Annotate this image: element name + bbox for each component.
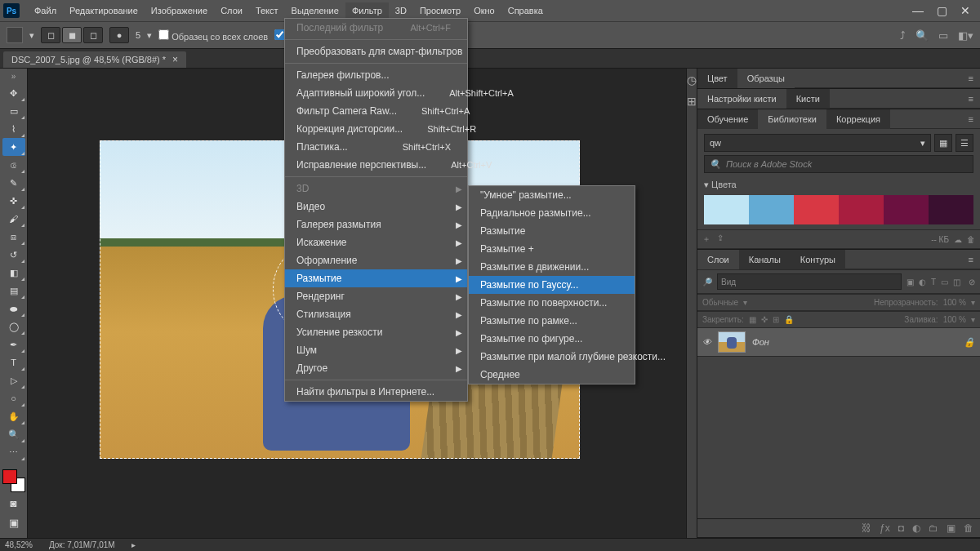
tool-preset-picker[interactable] bbox=[7, 27, 23, 43]
close-icon[interactable]: ✕ bbox=[960, 4, 970, 17]
grid-view-btn[interactable]: ▦ bbox=[934, 134, 952, 152]
menu-item[interactable]: Оформление▶ bbox=[285, 251, 467, 269]
link-layers-icon[interactable]: ⛓ bbox=[862, 522, 871, 534]
filter-shape-icon[interactable]: ▭ bbox=[941, 278, 948, 287]
chevron-down-icon[interactable]: ▾ bbox=[147, 30, 152, 41]
menu-item[interactable]: Другое▶ bbox=[285, 359, 467, 377]
menu-item[interactable]: Размытие▶ bbox=[285, 269, 467, 287]
foreground-color[interactable] bbox=[2, 469, 17, 484]
tab-brush-settings[interactable]: Настройки кисти bbox=[697, 89, 786, 109]
menu-item[interactable]: Размытие по поверхности... bbox=[469, 294, 635, 312]
type-tool[interactable]: T bbox=[2, 353, 25, 371]
layer-thumbnail[interactable] bbox=[718, 331, 746, 353]
menu-item[interactable]: Радиальное размытие... bbox=[469, 204, 635, 222]
menu-item[interactable]: Пластика...Shift+Ctrl+X bbox=[285, 138, 467, 156]
pen-tool[interactable]: ✒ bbox=[2, 335, 25, 353]
color-swatches[interactable] bbox=[2, 469, 25, 492]
lock-pixels-icon[interactable]: ▦ bbox=[749, 315, 756, 324]
path-select-tool[interactable]: ▷ bbox=[2, 371, 25, 389]
menu-item[interactable]: Размытие по рамке... bbox=[469, 312, 635, 330]
quick-select-tool[interactable]: ✦ bbox=[2, 138, 25, 156]
filter-adjust-icon[interactable]: ◐ bbox=[919, 278, 926, 287]
spot-heal-tool[interactable]: ✜ bbox=[2, 192, 25, 210]
crop-tool[interactable]: ⟃ bbox=[2, 156, 25, 174]
status-arrow-icon[interactable]: ▸ bbox=[131, 540, 136, 549]
library-color-swatch[interactable] bbox=[884, 195, 929, 224]
document-tab[interactable]: DSC_2007_5.jpg @ 48,5% (RGB/8#) * × bbox=[3, 51, 186, 68]
lasso-tool[interactable]: ⌇ bbox=[2, 120, 25, 138]
quick-mask-tool[interactable]: ◙ bbox=[2, 494, 25, 512]
maximize-icon[interactable]: ▢ bbox=[937, 4, 947, 17]
opacity-value[interactable]: 100 % bbox=[943, 298, 966, 307]
search-icon[interactable]: 🔍 bbox=[915, 29, 929, 42]
eyedropper-tool[interactable]: ✎ bbox=[2, 174, 25, 192]
menu-item[interactable]: Рендеринг▶ bbox=[285, 287, 467, 305]
new-selection-btn[interactable]: ◻ bbox=[41, 27, 60, 43]
menu-item[interactable]: Искажение▶ bbox=[285, 233, 467, 251]
layer-row[interactable]: 👁 Фон 🔒 bbox=[697, 328, 980, 357]
filter-pixel-icon[interactable]: ▣ bbox=[906, 278, 914, 287]
tab-adjustments[interactable]: Коррекция bbox=[826, 109, 890, 129]
adjustment-layer-icon[interactable]: ◐ bbox=[912, 522, 920, 534]
group-icon[interactable]: 🗀 bbox=[929, 522, 938, 534]
dodge-tool[interactable]: ◯ bbox=[2, 318, 25, 335]
panel-menu-icon[interactable]: ≡ bbox=[962, 114, 980, 124]
edit-toolbar[interactable]: ⋯ bbox=[2, 443, 25, 461]
shape-tool[interactable]: ○ bbox=[2, 389, 25, 407]
eraser-tool[interactable]: ◧ bbox=[2, 264, 25, 282]
menu-окно[interactable]: Окно bbox=[467, 2, 501, 19]
menu-слои[interactable]: Слои bbox=[214, 2, 249, 19]
clone-stamp-tool[interactable]: ⧇ bbox=[2, 228, 25, 246]
filter-smart-icon[interactable]: ◫ bbox=[953, 278, 960, 287]
menu-item[interactable]: Размытие bbox=[469, 222, 635, 240]
menu-item[interactable]: Адаптивный широкий угол...Alt+Shift+Ctrl… bbox=[285, 84, 467, 102]
layer-filter[interactable]: Вид bbox=[717, 273, 902, 290]
filter-type-layer-icon[interactable]: T bbox=[931, 278, 936, 287]
library-color-swatch[interactable] bbox=[704, 195, 749, 224]
layer-style-icon[interactable]: ƒx bbox=[880, 522, 890, 534]
layer-mask-icon[interactable]: ◘ bbox=[898, 522, 904, 534]
menu-item[interactable]: Шум▶ bbox=[285, 341, 467, 359]
menu-файл[interactable]: Файл bbox=[28, 2, 63, 19]
tab-layers[interactable]: Слои bbox=[697, 250, 739, 269]
menu-item[interactable]: Стилизация▶ bbox=[285, 305, 467, 323]
layer-name[interactable]: Фон bbox=[752, 337, 769, 347]
zoom-level[interactable]: 48,52% bbox=[5, 540, 33, 549]
brush-picker[interactable]: ● bbox=[109, 27, 129, 43]
lock-artboard-icon[interactable]: ⊞ bbox=[773, 315, 779, 324]
subtract-selection-btn[interactable]: ◻ bbox=[83, 27, 103, 43]
filter-type-icon[interactable]: 🔎 bbox=[702, 278, 712, 287]
panel-menu-icon[interactable]: ≡ bbox=[962, 73, 980, 83]
new-layer-icon[interactable]: ▣ bbox=[947, 522, 956, 534]
visibility-icon[interactable]: 👁 bbox=[702, 337, 711, 347]
menu-item[interactable]: Видео▶ bbox=[285, 198, 467, 216]
menu-выделение[interactable]: Выделение bbox=[285, 2, 345, 19]
menu-изображение[interactable]: Изображение bbox=[145, 2, 214, 19]
tab-channels[interactable]: Каналы bbox=[739, 250, 791, 269]
minimize-icon[interactable]: — bbox=[912, 4, 924, 17]
menu-item[interactable]: Коррекция дисторсии...Shift+Ctrl+R bbox=[285, 120, 467, 138]
menu-item[interactable]: Преобразовать для смарт-фильтров bbox=[285, 42, 467, 60]
blend-mode[interactable]: Обычные bbox=[702, 298, 738, 307]
menu-item[interactable]: Фильтр Camera Raw...Shift+Ctrl+A bbox=[285, 102, 467, 120]
fill-value[interactable]: 100 % bbox=[943, 315, 966, 324]
library-search[interactable]: 🔍 Поиск в Adobe Stock bbox=[704, 155, 973, 173]
library-color-swatch[interactable] bbox=[749, 195, 794, 224]
history-panel-icon[interactable]: ◷ bbox=[687, 73, 697, 87]
menu-item[interactable]: "Умное" размытие... bbox=[469, 186, 635, 204]
move-tool[interactable]: ✥ bbox=[2, 84, 25, 102]
menu-текст[interactable]: Текст bbox=[249, 2, 285, 19]
brush-tool[interactable]: 🖌 bbox=[2, 210, 25, 228]
menu-item[interactable]: Усиление резкости▶ bbox=[285, 323, 467, 341]
lock-all-icon[interactable]: 🔒 bbox=[784, 315, 794, 324]
gradient-tool[interactable]: ▤ bbox=[2, 282, 25, 300]
zoom-tool[interactable]: 🔍 bbox=[2, 425, 25, 443]
blur-tool[interactable]: ⬬ bbox=[2, 300, 25, 318]
library-section-title[interactable]: Цвета bbox=[711, 180, 737, 189]
menu-item[interactable]: Размытие по Гауссу... bbox=[469, 276, 635, 294]
add-content-icon[interactable]: ＋ bbox=[702, 233, 710, 245]
chevron-down-icon[interactable]: ▾ bbox=[29, 30, 34, 41]
document-size[interactable]: Док: 7,01M/7,01M bbox=[49, 540, 115, 549]
workspace-icon[interactable]: ▭ bbox=[938, 29, 948, 42]
tab-libraries[interactable]: Библиотеки bbox=[758, 109, 826, 129]
